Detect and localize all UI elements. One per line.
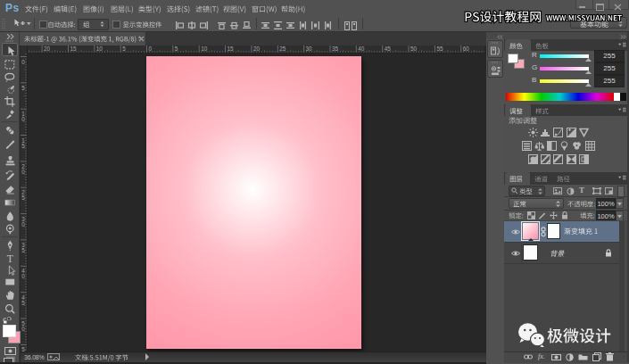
svg-text:10: 10 (96, 46, 103, 52)
svg-text:5: 5 (21, 143, 25, 149)
svg-text:T: T (6, 253, 12, 265)
svg-text:15: 15 (70, 46, 78, 52)
svg-text:50: 50 (410, 46, 418, 52)
svg-text:45: 45 (385, 46, 392, 52)
svg-text:20: 20 (44, 46, 51, 52)
svg-text:15: 15 (228, 46, 235, 52)
svg-text:25: 25 (279, 46, 286, 52)
svg-text:0: 0 (21, 221, 25, 228)
svg-text:55: 55 (436, 46, 443, 52)
svg-text:5: 5 (175, 46, 178, 52)
svg-text:60: 60 (463, 46, 470, 52)
svg-text:0: 0 (149, 46, 153, 52)
svg-text:30: 30 (306, 46, 313, 52)
svg-text:5: 5 (122, 46, 126, 52)
svg-text:5: 5 (21, 85, 25, 91)
svg-text:5: 5 (21, 194, 25, 201)
svg-text:0: 0 (21, 116, 25, 122)
svg-text:10: 10 (201, 46, 208, 52)
svg-text:0: 0 (21, 326, 25, 332)
svg-text:40: 40 (358, 46, 365, 52)
svg-text:35: 35 (332, 46, 339, 52)
svg-text:0: 0 (21, 169, 25, 175)
svg-text:5: 5 (21, 300, 25, 306)
svg-text:5: 5 (21, 247, 25, 253)
svg-text:0: 0 (21, 273, 25, 279)
svg-text:20: 20 (253, 46, 261, 52)
svg-text:0: 0 (21, 59, 25, 65)
